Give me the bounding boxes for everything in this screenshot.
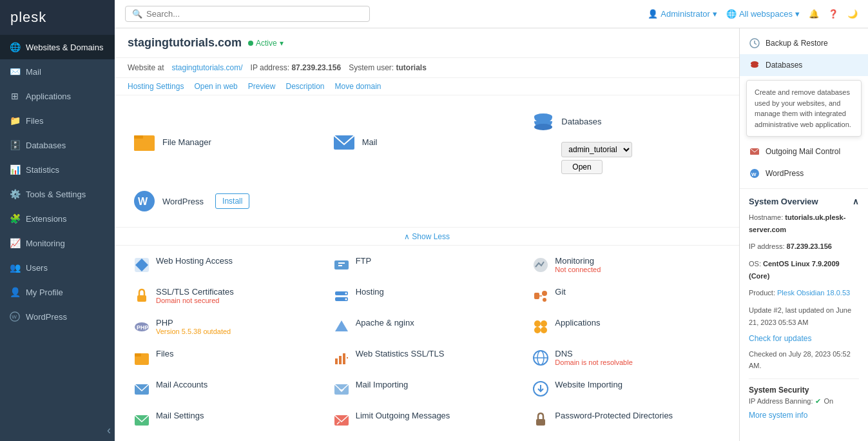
rp-wordpress[interactable]: W WordPress (740, 162, 868, 184)
tool-web-hosting[interactable]: Web Hosting Access (128, 250, 327, 280)
tool-mail-accounts[interactable]: Mail Accounts (128, 373, 327, 404)
rp-backup-restore[interactable]: Backup & Restore (740, 32, 868, 54)
search-input[interactable] (146, 9, 363, 19)
rp-databases[interactable]: Databases (740, 54, 868, 76)
tool-info: Mail Importing (356, 380, 522, 389)
so-ip: IP address: 87.239.23.156 (749, 240, 859, 253)
quick-databases[interactable]: Databases admin_tutorial Open (526, 102, 726, 182)
svg-rect-3 (134, 138, 155, 151)
sidebar-label: Mail (26, 67, 41, 77)
tool-apache[interactable]: Apache & nginx (327, 311, 527, 342)
show-less-btn[interactable]: ∧ Show Less (404, 232, 450, 241)
user-icon: 👤 (648, 9, 658, 19)
so-divider (749, 378, 859, 379)
svg-point-7 (534, 124, 552, 130)
bell-icon[interactable]: 🔔 (809, 9, 819, 19)
sidebar-item-applications[interactable]: ⊞ Applications (0, 84, 115, 108)
sidebar-item-monitoring[interactable]: 📈 Monitoring (0, 231, 115, 255)
activity-icon: 📈 (9, 237, 21, 249)
svg-rect-36 (347, 357, 348, 358)
sidebar-label: Statistics (26, 165, 59, 175)
chevron-up-so[interactable]: ∧ (853, 197, 859, 206)
tool-pwd-dirs[interactable]: Password-Protected Directories (526, 404, 726, 435)
search-box[interactable]: 🔍 (125, 6, 370, 22)
webspaces-icon: 🌐 (726, 9, 737, 19)
logo: plesk (0, 0, 115, 35)
quick-mail[interactable]: Mail (327, 102, 527, 182)
tool-info: DNS Domain is not resolvable (555, 349, 721, 366)
tool-limit-outgoing[interactable]: Limit Outgoing Messages (327, 404, 527, 435)
user-menu[interactable]: 👤 Administrator ▾ (648, 9, 717, 19)
barchart-icon: 📊 (9, 164, 21, 175)
preview-link[interactable]: Preview (248, 82, 276, 91)
hosting-settings-link[interactable]: Hosting Settings (128, 82, 184, 91)
help-icon[interactable]: ❓ (828, 9, 838, 19)
db-select[interactable]: admin_tutorial (561, 142, 632, 157)
web-hosting-icon (133, 256, 151, 274)
tool-dns[interactable]: DNS Domain is not resolvable (526, 342, 726, 373)
tool-mail-settings[interactable]: Mail Settings (128, 404, 327, 435)
svg-marker-26 (335, 320, 348, 331)
domain1-url[interactable]: stagingtutorials.com/ (171, 63, 242, 72)
tool-logs[interactable]: Logs (327, 435, 527, 441)
collapse-sidebar-btn[interactable]: ‹ (107, 424, 111, 436)
user-circle-icon[interactable]: 🌙 (847, 9, 858, 19)
rp-menu: Backup & Restore Databases Create and re… (740, 28, 868, 189)
move-domain-link[interactable]: Move domain (335, 82, 381, 91)
wp-quick-icon: W (133, 190, 156, 213)
tool-website-importing[interactable]: Website Importing (526, 373, 726, 404)
chevron-down-icon: ▾ (713, 9, 717, 19)
rp-outgoing-label: Outgoing Mail Control (766, 147, 840, 156)
sidebar-item-databases[interactable]: 🗄️ Databases (0, 133, 115, 157)
grid-icon: ⊞ (9, 90, 21, 102)
sidebar-label: Applications (26, 92, 71, 101)
sidebar-label: WordPress (26, 312, 67, 322)
sidebar-label: My Profile (26, 288, 63, 297)
db-open-btn[interactable]: Open (561, 160, 602, 174)
sidebar-item-websites-domains[interactable]: 🌐 Websites & Domains (0, 35, 115, 59)
wp-install-btn[interactable]: Install (215, 193, 249, 209)
description-link[interactable]: Description (285, 82, 324, 91)
tool-mail-importing[interactable]: Mail Importing (327, 373, 527, 404)
sidebar-item-files[interactable]: 📁 Files (0, 108, 115, 133)
product-link[interactable]: Plesk Obsidian 18.0.53 (777, 289, 850, 297)
rp-outgoing-mail[interactable]: Outgoing Mail Control (740, 141, 868, 162)
tool-git[interactable]: Git (526, 280, 726, 311)
tool-applications[interactable]: Applications (526, 311, 726, 342)
webspaces-menu[interactable]: 🌐 All webspaces ▾ (726, 9, 800, 19)
sidebar-item-tools-settings[interactable]: ⚙️ Tools & Settings (0, 182, 115, 206)
open-in-web-link[interactable]: Open in web (194, 82, 237, 91)
ip-banning-row: IP Address Banning: ✔ On (749, 397, 859, 406)
content-area: stagingtutorials.com Active ▾ Website at… (115, 28, 868, 441)
wp-icon: W (9, 311, 21, 322)
sidebar-label: Monitoring (26, 239, 65, 248)
sidebar-item-my-profile[interactable]: 👤 My Profile (0, 280, 115, 304)
sidebar-item-wordpress[interactable]: W WordPress (0, 304, 115, 329)
sidebar-item-users[interactable]: 👥 Users (0, 255, 115, 280)
website-at-label: Website at (128, 63, 164, 72)
tool-website-copying[interactable]: Website Copying (128, 435, 327, 441)
tool-php[interactable]: PHP PHP Version 5.5.38 outdated (128, 311, 327, 342)
tool-web-stats[interactable]: Web Statistics SSL/TLS (327, 342, 527, 373)
sidebar-item-extensions[interactable]: 🧩 Extensions (0, 206, 115, 231)
tool-info: Files (156, 349, 322, 358)
quick-file-manager[interactable]: File Manager (128, 102, 327, 182)
globe-icon: 🌐 (9, 41, 21, 53)
tool-web-users[interactable]: Web Users (526, 435, 726, 441)
users-icon: 👥 (9, 262, 21, 273)
tool-hosting[interactable]: Hosting (327, 280, 527, 311)
more-system-info-link[interactable]: More system info (749, 411, 859, 420)
tool-ssl[interactable]: SSL/TLS Certificates Domain not secured (128, 280, 327, 311)
wp-rp-icon: W (749, 168, 760, 179)
tool-info: Web Statistics SSL/TLS (356, 349, 522, 358)
tool-ftp[interactable]: FTP (327, 250, 527, 280)
check-updates-link[interactable]: Check for updates (749, 334, 859, 343)
domain1-meta: Website at stagingtutorials.com/ IP addr… (115, 58, 739, 78)
domain1-status[interactable]: Active ▾ (248, 39, 284, 48)
mail-quick-label: Mail (362, 137, 378, 147)
tool-files[interactable]: Files (128, 342, 327, 373)
quick-wordpress[interactable]: W WordPress Install (128, 182, 327, 220)
sidebar-item-mail[interactable]: ✉️ Mail (0, 59, 115, 84)
tool-monitoring[interactable]: Monitoring Not connected (526, 250, 726, 280)
sidebar-item-statistics[interactable]: 📊 Statistics (0, 157, 115, 182)
